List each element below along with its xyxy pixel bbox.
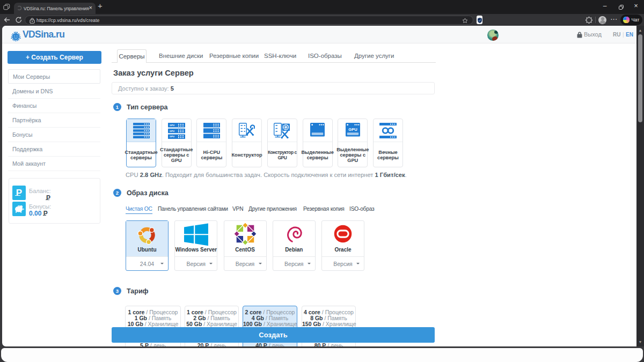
svg-text:GPU: GPU (170, 124, 174, 127)
svg-text:GPU: GPU (348, 127, 357, 132)
svg-text:GPU: GPU (170, 130, 174, 132)
svg-text:GPU: GPU (170, 135, 174, 138)
